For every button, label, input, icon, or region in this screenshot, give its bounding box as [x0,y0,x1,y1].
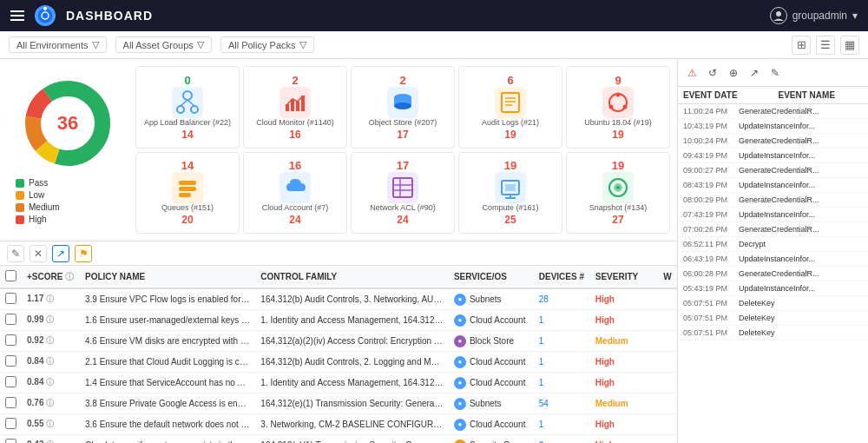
service-card-0[interactable]: 0 App Load Balancer (#22) 14 [135,66,240,149]
svg-rect-15 [286,104,289,111]
username-label: groupadmin [792,10,847,22]
filter-icon2: ▽ [197,39,204,50]
row-checkbox-cell[interactable] [0,288,22,310]
row-checkbox-3[interactable] [5,355,16,367]
service-card-7[interactable]: 17 Network ACL (#90) 24 [351,152,455,235]
alert-icon[interactable]: ⚠ [683,64,700,82]
control-family-cell: 164.312(b) Audit Controls, 3. Networking… [255,288,449,310]
devices-link[interactable]: 1 [539,378,544,387]
service-type-icon: ● [454,335,466,347]
svg-point-32 [623,104,628,109]
row-checkbox-cell[interactable] [0,373,22,393]
total-violations: 36 [57,112,78,135]
filter-icon3: ▽ [299,39,306,50]
legend-high-dot [16,215,24,224]
devices-link[interactable]: 1 [539,420,544,429]
table-scroll[interactable]: +SCORE ⓘ POLICY NAME CONTROL FAMILY SERV… [0,266,677,443]
row-checkbox-7[interactable] [5,439,16,443]
row-checkbox-0[interactable] [5,293,16,304]
severity-cell: Medium [590,393,658,414]
event-time: 09:00:27 PM [683,166,735,175]
event-list-item: 05:07:51 PM DeleteKey [678,296,868,311]
event-time: 06:43:19 PM [683,255,735,263]
score-cell: 0.55 ⓘ [22,414,80,435]
w-cell [658,310,677,331]
row-checkbox-4[interactable] [5,376,16,387]
event-name: GenerateCredentialR... [739,269,819,278]
score-cell: 0.76 ⓘ [22,393,80,414]
event-name: GenerateCredentialR... [739,136,819,145]
hamburger-menu[interactable] [10,10,24,21]
queues-icon [172,172,203,203]
service-card-6[interactable]: 16 Cloud Account (#7) 24 [243,152,347,235]
devices-link[interactable]: 28 [539,294,549,304]
devices-link[interactable]: 1 [539,336,544,346]
service-cell: ● Cloud Account [449,414,534,435]
service-type-icon: ● [454,377,466,389]
table-row: 1.17 ⓘ 3.9 Ensure VPC Flow logs is enabl… [0,288,677,310]
select-all-checkbox[interactable] [5,270,16,281]
devices-link[interactable]: 54 [539,399,549,408]
environment-filter[interactable]: All Environments ▽ [9,36,107,53]
user-dropdown-arrow: ▾ [852,10,858,22]
col-control: CONTROL FAMILY [255,266,449,288]
severity-cell: High [590,288,658,310]
export-tool-btn[interactable]: ↗ [52,245,69,262]
service-card-8[interactable]: 19 Compute (#161) 25 [458,152,562,235]
event-name: GenerateCredentialR... [739,195,819,204]
service-card-9[interactable]: 19 Snapshot (#134) 27 [566,152,670,235]
row-checkbox-1[interactable] [5,314,16,325]
event-list-item: 05:07:51 PM DeleteKey [678,311,868,326]
row-checkbox-cell[interactable] [0,331,22,352]
devices-cell: 1 [534,310,590,331]
service-card-3[interactable]: 6 Audit Logs (#21) 19 [458,66,562,149]
service-card-1[interactable]: 2 Cloud Monitor (#1140) 16 [243,66,347,149]
event-name: Decrypt [739,240,766,248]
refresh-icon[interactable]: ↺ [704,64,721,82]
severity-cell: High [590,310,658,331]
devices-link[interactable]: 1 [539,315,544,325]
devices-link[interactable]: 1 [539,357,544,367]
page-title: DASHBOARD [66,9,153,23]
export-icon[interactable]: ↗ [746,64,763,82]
table-view-icon[interactable]: ▦ [840,36,859,55]
row-checkbox-cell[interactable] [0,435,22,444]
event-date-col-header: EVENT DATE [678,87,773,103]
row-checkbox-cell[interactable] [0,310,22,331]
policy-name-cell: 3.8 Ensure Private Google Access is enab… [80,393,255,414]
event-time: 07:00:26 PM [683,225,735,234]
w-cell [658,393,677,414]
policy-name-cell: 1.6 Ensure user-managed/external keys fo… [80,310,255,331]
row-checkbox-5[interactable] [5,397,16,408]
user-menu[interactable]: groupadmin ▾ [770,7,858,24]
list-view-icon[interactable]: ☰ [816,36,835,55]
flag-tool-btn[interactable]: ⚑ [75,245,92,262]
service-cell: ● Block Store [449,331,534,352]
row-checkbox-cell[interactable] [0,352,22,373]
svg-point-3 [776,11,781,17]
w-cell [658,435,677,444]
row-info-icon: ⓘ [46,294,54,303]
edit-tool-btn[interactable]: ✎ [7,245,24,262]
delete-tool-btn[interactable]: ✕ [30,245,47,262]
policy-pack-filter[interactable]: All Policy Packs ▽ [220,36,314,53]
user-avatar-icon [770,7,787,24]
grid-view-icon[interactable]: ⊞ [792,36,811,55]
service-card-2[interactable]: 2 Object Store (#207) 17 [351,66,455,149]
help-circle-icon[interactable]: ⊕ [725,64,742,82]
legend-pass-dot [16,179,24,188]
row-checkbox-cell[interactable] [0,414,22,435]
table-row: 0.84 ⓘ 2.1 Ensure that Cloud Audit Loggi… [0,352,677,373]
service-card-4[interactable]: 9 Ubuntu 18.04 (#19) 19 [566,66,670,149]
event-time: 08:43:19 PM [683,181,735,189]
event-list-item: 10:43:19 PM UpdateInstanceInfor... [678,119,868,134]
edit-pencil-icon[interactable]: ✎ [766,64,784,82]
row-checkbox-6[interactable] [5,418,16,429]
devices-cell: 1 [534,352,590,373]
svg-point-30 [616,92,621,96]
row-checkbox-cell[interactable] [0,393,22,414]
policy-name-cell: 2.1 Ensure that Cloud Audit Logging is c… [80,352,255,373]
service-card-5[interactable]: 14 Queues (#151) 20 [135,152,240,235]
asset-group-filter[interactable]: All Asset Groups ▽ [115,36,212,53]
row-checkbox-2[interactable] [5,334,16,346]
